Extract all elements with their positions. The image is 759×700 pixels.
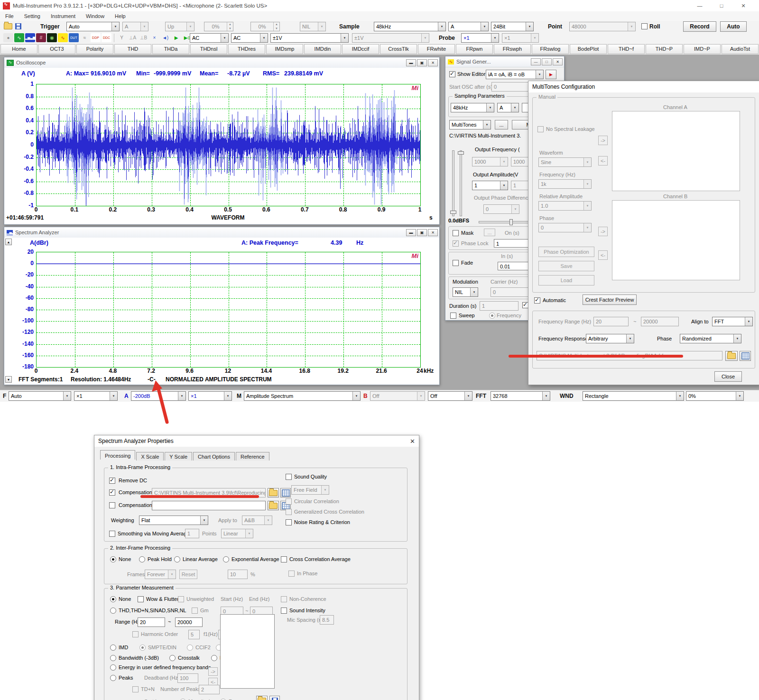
fresp-select[interactable]: Arbitrary — [586, 334, 634, 343]
sample-channel-select[interactable]: A — [448, 22, 489, 31]
wow-flutter-checkbox[interactable] — [138, 596, 144, 602]
sound-quality-checkbox[interactable] — [286, 474, 292, 480]
panel-tab-audiotst[interactable]: AudioTst — [722, 44, 759, 54]
range-min-input[interactable]: 20 — [138, 617, 165, 627]
panel-tab-imddin[interactable]: IMDdin — [304, 44, 341, 54]
multitones-titlebar[interactable]: MultiTones Configuration — [528, 81, 759, 92]
output-amplitude-a-select[interactable]: 1 — [472, 181, 508, 190]
modulation-select[interactable]: NIL — [453, 287, 478, 297]
save-icon[interactable] — [15, 23, 21, 30]
probe-a-select[interactable]: ×1 — [461, 33, 499, 43]
exponential-average-radio[interactable] — [223, 556, 229, 562]
compensation2-open-icon[interactable] — [268, 501, 279, 510]
show-editor-checkbox[interactable] — [449, 71, 455, 77]
menu-help[interactable]: Help — [110, 13, 131, 19]
range-a-select[interactable]: ±1V — [270, 33, 349, 43]
sg-minimize-icon[interactable]: — — [531, 58, 541, 65]
compensation2-checkbox[interactable] — [109, 502, 115, 508]
align-to-select[interactable]: FFT — [712, 317, 753, 326]
mt-waveform-select[interactable]: Sine — [538, 157, 592, 167]
peak-hold-radio[interactable] — [139, 556, 145, 562]
overlap-select[interactable]: 0% — [686, 391, 744, 401]
volume-slider-a[interactable] — [452, 150, 454, 216]
panel-tab-thd[interactable]: THD — [114, 44, 151, 54]
derived-data-curve-icon[interactable]: ≈ — [80, 33, 90, 42]
open-icon[interactable] — [4, 23, 12, 30]
panel-tab-thdnsl[interactable]: THDnsl — [190, 44, 227, 54]
trigger-level-spin[interactable]: 0%▲▼ — [204, 22, 233, 31]
mt-phase2-select[interactable]: Randomized — [680, 334, 741, 343]
panel-tab-imdsmp[interactable]: IMDsmp — [266, 44, 303, 54]
range-b-select[interactable]: ±1V — [352, 33, 429, 43]
noise-rating-checkbox[interactable] — [286, 519, 292, 525]
trigger-hpf-select[interactable]: NIL — [300, 22, 326, 31]
unweighted-checkbox[interactable] — [178, 596, 184, 602]
mt-range-max-input[interactable]: 20000 — [641, 317, 679, 326]
calibration-icon[interactable]: × — [149, 33, 159, 42]
trigger-edge-select[interactable]: Up — [165, 22, 194, 31]
osc-minimize-icon[interactable]: ▬ — [406, 59, 416, 66]
smoothing-type-select[interactable]: Linear — [221, 529, 253, 538]
panel-tab-frpwn[interactable]: FRpwn — [456, 44, 493, 54]
tab-processing[interactable]: Processing — [100, 450, 135, 460]
panel-tab-frwhite[interactable]: FRwhite — [418, 44, 455, 54]
exp-percent-input[interactable]: 10 — [228, 570, 248, 579]
bands-save-icon[interactable] — [269, 696, 280, 700]
oscilloscope-icon[interactable]: ∿ — [14, 33, 24, 42]
add-tone-b-button[interactable]: -> — [598, 227, 608, 236]
peaks-radio[interactable] — [110, 675, 116, 681]
volume-slider-a-handle[interactable] — [450, 211, 456, 214]
smpte-radio[interactable] — [139, 645, 146, 651]
b-mult-select[interactable]: Off — [428, 391, 472, 401]
panel-tab-imd~p[interactable]: IMD~P — [684, 44, 721, 54]
numpeaks-input[interactable]: 2 — [199, 685, 220, 694]
a-mult-select[interactable]: ×1 — [188, 391, 232, 401]
automatic-checkbox[interactable] — [534, 297, 540, 304]
ddc-icon[interactable]: DDC — [102, 33, 111, 42]
phase-lock-checkbox[interactable] — [453, 240, 459, 247]
menu-instrument[interactable]: Instrument — [46, 13, 81, 19]
panel-tab-thdres[interactable]: THDres — [228, 44, 265, 54]
point-count-select[interactable]: 48000 — [569, 22, 636, 31]
frames-select[interactable]: Forever — [145, 570, 176, 579]
dbfs-slider-handle[interactable] — [509, 219, 513, 225]
duration-input[interactable]: 1 — [480, 301, 518, 311]
coupling-a-select[interactable]: AC — [190, 33, 229, 43]
spectrum-3d-plot-icon[interactable]: # — [36, 33, 46, 42]
record-standby-icon[interactable]: ● — [3, 33, 13, 42]
oscilloscope-titlebar[interactable]: ∿ Oscilloscope ▬▣✕ — [4, 57, 439, 68]
siggen-run-icon[interactable]: ▶ — [546, 70, 556, 79]
auto-button[interactable]: Auto — [720, 21, 747, 32]
menu-setting[interactable]: Setting — [19, 13, 46, 19]
volume-icon[interactable]: ◄) — [160, 33, 170, 42]
frf-edit-icon[interactable] — [740, 351, 751, 361]
spec-scroll-down-icon[interactable]: ▼ — [5, 376, 12, 383]
compensation1-open-icon[interactable] — [268, 488, 279, 497]
close-icon[interactable]: ✕ — [732, 0, 754, 11]
trigger-source-select[interactable]: A — [122, 22, 148, 31]
frequency-bands-listbox[interactable] — [220, 614, 275, 689]
gcc-checkbox[interactable] — [286, 509, 292, 515]
thd-radio[interactable] — [110, 608, 116, 614]
frf-open-icon[interactable] — [725, 351, 738, 361]
multimeter-icon[interactable]: ◉ — [47, 33, 57, 42]
multitones-close-button[interactable]: Close — [714, 371, 742, 382]
mt-phase-select[interactable]: 0 — [538, 223, 592, 232]
panel-tab-imdccif[interactable]: IMDccif — [342, 44, 379, 54]
maximize-icon[interactable]: □ — [711, 0, 732, 11]
sg-maximize-icon[interactable]: □ — [542, 58, 552, 65]
wave-more-button[interactable]: ... — [495, 120, 508, 129]
range-max-input[interactable]: 20000 — [175, 617, 203, 627]
smoothing-checkbox[interactable] — [109, 531, 115, 537]
trigger-delay-spin[interactable]: 0%▲▼ — [250, 22, 280, 31]
run-icon[interactable]: ▶ — [171, 33, 181, 42]
tab-x-scale[interactable]: X Scale — [136, 452, 164, 461]
sweep-frequency-radio[interactable] — [489, 313, 495, 319]
panel-tab-frswph[interactable]: FRswph — [494, 44, 531, 54]
output-frequency-a-select[interactable]: 1000 — [472, 157, 508, 166]
spec-close-icon[interactable]: ✕ — [428, 229, 438, 236]
tab-chart-options[interactable]: Chart Options — [193, 452, 235, 461]
output-phase-select[interactable]: 0 — [483, 204, 519, 214]
siggen-sample-rate-select[interactable]: 48kHz — [451, 103, 494, 112]
add-tone-a-button[interactable]: -> — [598, 136, 608, 145]
